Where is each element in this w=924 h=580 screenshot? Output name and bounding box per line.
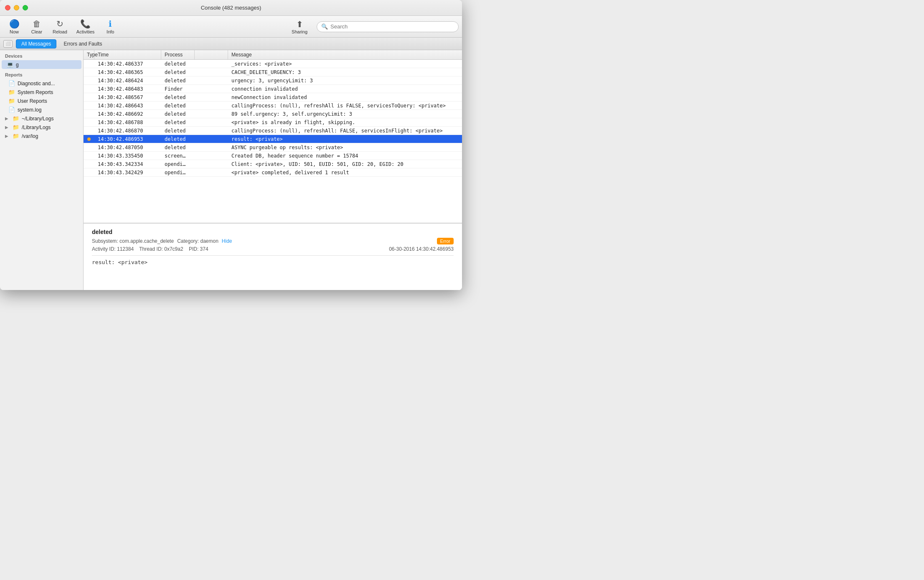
folder-icon-system: 📁 xyxy=(8,89,15,95)
table-row[interactable]: 14:30:42.486692deleted89 self.urgency: 3… xyxy=(84,110,462,118)
device-icon: 💻 xyxy=(7,61,13,68)
row-process: deleted xyxy=(161,110,195,118)
col-process: Process xyxy=(161,50,195,59)
row-indicator xyxy=(84,93,94,101)
col-time: Time xyxy=(94,50,161,59)
row-process: deleted xyxy=(161,68,195,76)
search-area: ⬆ Sharing 🔍 xyxy=(287,18,459,36)
table-row[interactable]: 14:30:42.486424deletedurgency: 3, urgenc… xyxy=(84,76,462,85)
row-process: deleted xyxy=(161,143,195,151)
sharing-icon: ⬆ xyxy=(296,19,303,29)
row-message: result: <private> xyxy=(228,135,462,143)
row-time: 14:30:43.342334 xyxy=(94,160,161,168)
row-process: opendi… xyxy=(161,160,195,168)
row-extra xyxy=(195,110,228,118)
table-row[interactable]: 14:30:42.486567deletednewConnection inva… xyxy=(84,93,462,102)
close-button[interactable] xyxy=(5,5,10,10)
table-row[interactable]: 14:30:42.486337deleted_services: <privat… xyxy=(84,60,462,68)
table-row[interactable]: 14:30:43.342334opendi…Client: <private>,… xyxy=(84,160,462,168)
row-time: 14:30:42.486567 xyxy=(94,93,161,101)
table-row[interactable]: 14:30:42.486643deletedcallingProcess: (n… xyxy=(84,102,462,110)
now-icon: 🔵 xyxy=(9,19,20,29)
table-row[interactable]: 14:30:42.486788deleted<private> is alrea… xyxy=(84,118,462,127)
log-table[interactable]: Type Time Process Message 14:30:42.48633… xyxy=(84,50,462,223)
row-time: 14:30:42.486483 xyxy=(94,85,161,93)
row-message: Created DB, header sequence number = 157… xyxy=(228,152,462,160)
expand-icon-library: ▶ xyxy=(5,125,9,130)
detail-timestamp: 06-30-2016 14:30:42.486953 xyxy=(389,246,454,252)
sidebar-item-user-library[interactable]: ▶ 📁 ~/Library/Logs xyxy=(2,114,81,123)
col-type: Type xyxy=(84,50,94,59)
reload-button[interactable]: ↻ Reload xyxy=(48,17,71,36)
table-row[interactable]: 14:30:43.342429opendi…<private> complete… xyxy=(84,168,462,177)
clear-button[interactable]: 🗑 Clear xyxy=(26,18,48,36)
reload-label: Reload xyxy=(53,29,67,34)
sidebar-item-var-log[interactable]: ▶ 📁 /var/log xyxy=(2,132,81,140)
minimize-button[interactable] xyxy=(14,5,19,10)
table-row[interactable]: 14:30:42.486483Finderconnection invalida… xyxy=(84,85,462,93)
toolbar: 🔵 Now 🗑 Clear ↻ Reload 📞 Activities ℹ In… xyxy=(0,16,462,38)
row-message: ASYNC purgeable op results: <private> xyxy=(228,143,462,151)
table-row[interactable]: 14:30:42.486870deletedcallingProcess: (n… xyxy=(84,127,462,135)
row-indicator xyxy=(84,118,94,126)
maximize-button[interactable] xyxy=(23,5,28,10)
row-extra xyxy=(195,60,228,68)
activity-id: Activity ID: 112384 xyxy=(92,246,134,252)
row-time: 14:30:42.486953 xyxy=(94,135,161,143)
device-name: g xyxy=(16,62,19,68)
row-indicator xyxy=(84,152,94,160)
table-row[interactable]: 14:30:43.335450screen…Created DB, header… xyxy=(84,152,462,160)
row-process: screen… xyxy=(161,152,195,160)
row-process: deleted xyxy=(161,127,195,135)
sidebar-item-library[interactable]: ▶ 📁 /Library/Logs xyxy=(2,123,81,132)
sidebar-item-system-log[interactable]: 📄 system.log xyxy=(2,105,81,114)
row-time: 14:30:42.487050 xyxy=(94,143,161,151)
row-message: connection invalidated xyxy=(228,85,462,93)
row-indicator xyxy=(84,60,94,68)
search-input[interactable] xyxy=(330,23,454,30)
sidebar-toggle-button[interactable]: ⬜ xyxy=(3,40,13,48)
errors-faults-filter[interactable]: Errors and Faults xyxy=(58,39,107,48)
search-box[interactable]: 🔍 xyxy=(317,21,459,32)
row-process: opendi… xyxy=(161,168,195,176)
error-badge: Error xyxy=(437,238,454,244)
table-row[interactable]: 14:30:42.486365deletedCACHE_DELETE_URGEN… xyxy=(84,68,462,76)
activities-button[interactable]: 📞 Activities xyxy=(72,17,99,36)
sidebar-item-system-reports[interactable]: 📁 System Reports xyxy=(2,88,81,97)
folder-icon-var-log: 📁 xyxy=(13,133,19,139)
yellow-dot-icon xyxy=(87,137,91,141)
sidebar: Devices 💻 g Reports 📄 Diagnostic and... … xyxy=(0,50,84,290)
row-extra xyxy=(195,68,228,76)
row-extra xyxy=(195,85,228,93)
row-indicator xyxy=(84,68,94,76)
all-messages-filter[interactable]: All Messages xyxy=(16,39,56,48)
detail-category: Category: daemon xyxy=(177,238,218,244)
info-icon: ℹ xyxy=(109,19,112,29)
now-button[interactable]: 🔵 Now xyxy=(3,17,25,36)
sidebar-item-user-reports[interactable]: 📁 User Reports xyxy=(2,97,81,105)
detail-separator xyxy=(92,255,454,256)
log-rows-container: 14:30:42.486337deleted_services: <privat… xyxy=(84,60,462,177)
row-time: 14:30:42.486643 xyxy=(94,102,161,109)
row-indicator xyxy=(84,102,94,109)
row-process: deleted xyxy=(161,102,195,109)
detail-hide-link[interactable]: Hide xyxy=(222,238,232,244)
info-button[interactable]: ℹ Info xyxy=(99,17,121,36)
sidebar-item-diagnostic[interactable]: 📄 Diagnostic and... xyxy=(2,79,81,88)
clear-label: Clear xyxy=(31,29,42,34)
table-row[interactable]: 14:30:42.487050deletedASYNC purgeable op… xyxy=(84,143,462,152)
sidebar-item-device-g[interactable]: 💻 g xyxy=(2,60,81,69)
row-process: deleted xyxy=(161,118,195,126)
row-indicator xyxy=(84,76,94,84)
row-indicator xyxy=(84,85,94,93)
row-message: 89 self.urgency: 3, self.urgencyLimit: 3 xyxy=(228,110,462,118)
row-message: Client: <private>, UID: 501, EUID: 501, … xyxy=(228,160,462,168)
row-time: 14:30:43.335450 xyxy=(94,152,161,160)
detail-pane: deleted Subsystem: com.apple.cache_delet… xyxy=(84,223,462,290)
devices-header: Devices xyxy=(0,50,83,60)
table-row[interactable]: 14:30:42.486953deletedresult: <private> xyxy=(84,135,462,143)
sharing-button[interactable]: ⬆ Sharing xyxy=(287,18,312,36)
activities-icon: 📞 xyxy=(80,19,91,29)
row-extra xyxy=(195,102,228,109)
row-time: 14:30:42.486692 xyxy=(94,110,161,118)
